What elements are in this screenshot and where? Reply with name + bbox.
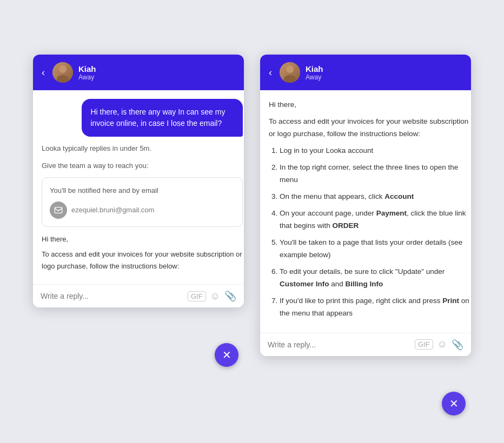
chat-widget-left: ‹ Kiah Away Hi there, is there any way I… (33, 55, 244, 307)
bot-reply-preview: Hi there, To access and edit your invoic… (42, 233, 243, 276)
reply-input-left[interactable] (41, 292, 183, 300)
messages-area-left: Hi there, is there any way In can see my… (33, 90, 244, 284)
email-icon (50, 202, 67, 219)
gif-button-right[interactable]: GIF (415, 339, 433, 350)
contact-email-value: ezequiel.bruni@gmail.com (71, 206, 154, 214)
back-button-right[interactable]: ‹ (269, 67, 272, 78)
user-message: Hi there, is there any way In can see my… (82, 99, 243, 137)
bot-intro-right: To access and edit your invoices for you… (269, 116, 470, 140)
header-info-right: Kiah Away (306, 64, 323, 81)
chat-header-left: ‹ Kiah Away (33, 55, 244, 90)
step-6: To edit your details, be sure to click "… (280, 266, 470, 291)
chat-input-area-right: GIF ☺ 📎 (260, 333, 471, 356)
agent-status-left: Away (78, 73, 96, 81)
messages-area-right: Hi there, To access and edit your invoic… (260, 90, 471, 332)
close-button-left[interactable]: ✕ (215, 343, 238, 367)
step-3: On the menu that appears, click Account (280, 191, 470, 203)
agent-status-right: Away (306, 73, 323, 81)
chat-header-right: ‹ Kiah Away (260, 55, 471, 90)
contact-form-box: You'll be notified here and by email eze… (42, 177, 243, 227)
gif-button-left[interactable]: GIF (188, 291, 206, 301)
avatar-right (280, 62, 300, 83)
avatar-left (52, 62, 73, 83)
step-1: Log in to your Looka account (280, 145, 470, 157)
back-button-left[interactable]: ‹ (42, 67, 45, 78)
step-5: You'll be taken to a page that lists you… (280, 237, 470, 261)
system-reach-prompt: Give the team a way to reach you: (42, 160, 243, 171)
header-info-left: Kiah Away (78, 64, 96, 81)
system-reply-time: Looka typically replies in under 5m. (42, 143, 243, 154)
chat-widget-right: ‹ Kiah Away Hi there, To access and edit… (260, 55, 471, 355)
bot-steps-list: Log in to your Looka account In the top … (269, 145, 470, 319)
chat-input-area-left: GIF ☺ 📎 (33, 284, 244, 307)
step-7: If you'd like to print this page, right … (280, 295, 470, 320)
step-4: On your account page, under Payment, cli… (280, 207, 470, 232)
reply-input-right[interactable] (268, 340, 410, 349)
agent-name-left: Kiah (78, 64, 96, 73)
attach-button-left[interactable]: 📎 (224, 290, 236, 302)
emoji-button-left[interactable]: ☺ (210, 291, 220, 302)
step-2: In the top right corner, select the thre… (280, 162, 470, 186)
emoji-button-right[interactable]: ☺ (437, 339, 447, 350)
attach-button-right[interactable]: 📎 (452, 339, 463, 351)
contact-notify-text: You'll be notified here and by email (50, 185, 235, 196)
close-button-right[interactable]: ✕ (442, 392, 466, 415)
bot-greeting-right: Hi there, (269, 99, 470, 111)
agent-name-right: Kiah (306, 64, 323, 73)
svg-rect-0 (55, 207, 62, 213)
contact-email-row: ezequiel.bruni@gmail.com (50, 202, 235, 219)
bot-instructions: Hi there, To access and edit your invoic… (269, 99, 470, 324)
